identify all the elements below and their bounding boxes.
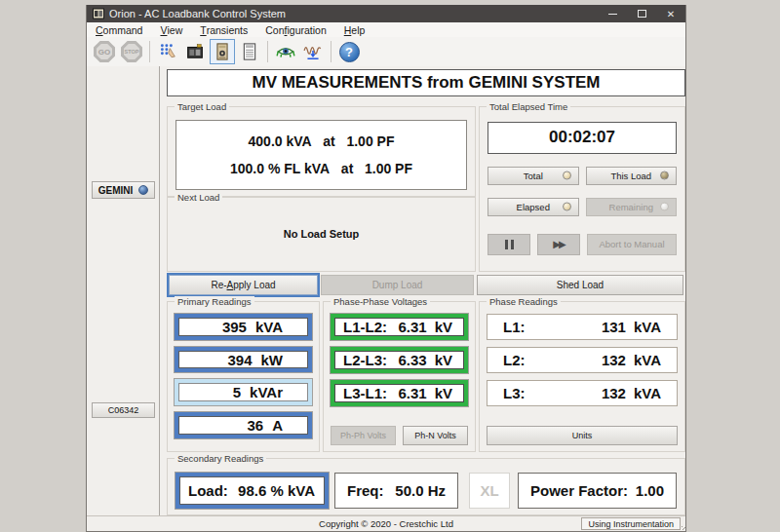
elapsed-time-panel: Total Elapsed Time 00:02:07 Total This L…	[479, 106, 685, 272]
dump-load-button: Dump Load	[321, 275, 474, 295]
control-panel-button[interactable]	[210, 39, 235, 64]
menu-command[interactable]: Command	[87, 22, 151, 37]
window-controls: ✕	[598, 5, 685, 22]
total-led	[563, 171, 571, 180]
resize-grip[interactable]	[682, 526, 685, 530]
this-load-time-button[interactable]: This Load	[586, 167, 678, 185]
help-icon: ?	[339, 42, 360, 62]
pause-button[interactable]	[488, 234, 530, 255]
secondary-readings-panel: Secondary Readings Load:98.6 % kVA Freq:…	[167, 458, 685, 515]
load-percent-reading: Load:98.6 % kVA	[176, 473, 329, 509]
target-load-line1: 400.0 kVA at 1.00 PF	[249, 133, 395, 149]
loadbank-button[interactable]	[182, 39, 208, 64]
units-button[interactable]: Units	[487, 426, 678, 445]
abort-to-manual-button: Abort to Manual	[587, 234, 677, 255]
this-load-led	[660, 171, 669, 180]
manual-keypad-icon	[159, 43, 176, 60]
primary-kvar-reading: 5kVAr	[175, 379, 312, 405]
go-icon: GO	[94, 41, 115, 62]
elapsed-button[interactable]: Elapsed	[488, 198, 579, 216]
target-load-panel: Target Load 400.0 kVA at 1.00 PF 100.0 %…	[167, 106, 476, 197]
l1-reading: L1:131kVA	[487, 314, 678, 340]
reapply-load-button[interactable]: Re-Apply Load	[169, 275, 318, 295]
ph-n-volts-button[interactable]: Ph-N Volts	[403, 426, 468, 445]
toolbar-separator	[267, 41, 268, 62]
toolbar: GO STOP ?	[87, 37, 685, 66]
status-bar: Copyright © 2020 - Crestchic Ltd Using I…	[87, 515, 685, 531]
maximize-button[interactable]	[627, 5, 656, 22]
xl-indicator: XL	[469, 473, 510, 509]
pause-icon	[505, 240, 508, 249]
manual-control-button[interactable]	[155, 39, 180, 64]
gemini-label: GEMINI	[98, 185, 134, 196]
l2-reading: L2:132kVA	[487, 347, 678, 373]
transients-button[interactable]	[300, 39, 326, 64]
phase-phase-voltages-panel: Phase-Phase Voltages L1-L2:6.31kV L2-L3:…	[323, 301, 476, 452]
stop-button[interactable]: STOP	[119, 39, 144, 64]
loadbank-icon	[186, 43, 204, 60]
remaining-led	[660, 203, 669, 211]
shed-load-button[interactable]: Shed Load	[477, 275, 683, 295]
instrumentation-mode-badge: Using Instrumentation	[581, 517, 681, 530]
report-icon	[241, 43, 258, 60]
next-load-panel: Next Load No Load Setup	[167, 197, 476, 272]
power-factor-reading: Power Factor:1.00	[518, 473, 677, 509]
menu-help[interactable]: Help	[335, 22, 374, 37]
primary-amps-reading: 36A	[175, 412, 312, 438]
ph-ph-volts-button: Ph-Ph Volts	[331, 426, 396, 445]
menu-transients[interactable]: Transients	[191, 22, 256, 37]
app-window: Orion - AC Loadbank Control System ✕ Com…	[86, 5, 686, 532]
transient-waveform-icon	[303, 43, 323, 60]
l3-reading: L3:132kVA	[487, 380, 678, 406]
help-button[interactable]: ?	[336, 39, 362, 64]
l3-l1-voltage: L3-L1:6.31kV	[331, 380, 468, 406]
l2-l3-voltage: L2-L3:6.33kV	[331, 347, 468, 373]
menu-configuration[interactable]: Configuration	[256, 22, 334, 37]
stop-icon: STOP	[121, 41, 142, 62]
gemini-status-led	[138, 185, 148, 195]
target-load-label: Target Load	[175, 101, 229, 112]
gemini-system-button[interactable]: GEMINI	[92, 181, 155, 199]
main-panel: MV MEASUREMENTS from GEMINI SYSTEM Targe…	[160, 66, 687, 515]
fast-forward-button[interactable]: ▶▶	[537, 234, 580, 255]
phase-readings-panel: Phase Readings L1:131kVA L2:132kVA L3:13…	[479, 301, 685, 452]
minimize-icon	[608, 14, 617, 15]
elapsed-time-label: Total Elapsed Time	[487, 101, 570, 112]
frequency-reading: Freq:50.0 Hz	[334, 473, 458, 509]
toolbar-separator	[331, 41, 332, 62]
maximize-icon	[638, 10, 646, 18]
primary-kw-reading: 394kW	[175, 347, 312, 373]
toolbar-separator	[149, 41, 150, 62]
target-load-display: 400.0 kVA at 1.00 PF 100.0 % FL kVA at 1…	[176, 120, 467, 190]
elapsed-led	[563, 203, 571, 211]
sidebar: GEMINI C06342	[87, 66, 160, 515]
next-load-label: Next Load	[175, 192, 222, 203]
primary-readings-panel: Primary Readings 395kVA 394kW 5kVAr 36A	[167, 301, 320, 452]
control-panel-icon	[214, 43, 231, 60]
l1-l2-voltage: L1-L2:6.31kV	[331, 314, 468, 340]
content-area: GEMINI C06342 MV MEASUREMENTS from GEMIN…	[87, 66, 685, 515]
titlebar: Orion - AC Loadbank Control System ✕	[87, 5, 685, 22]
next-load-message: No Load Setup	[284, 228, 360, 240]
window-title: Orion - AC Loadbank Control System	[109, 8, 598, 19]
view-eye-icon	[276, 43, 295, 60]
remaining-button: Remaining	[586, 198, 678, 216]
unit-c06342-button[interactable]: C06342	[92, 402, 155, 418]
elapsed-time-display: 00:02:07	[488, 122, 677, 154]
app-icon	[93, 8, 104, 19]
total-time-button[interactable]: Total	[488, 167, 579, 185]
go-button[interactable]: GO	[92, 39, 117, 64]
minimize-button[interactable]	[598, 5, 627, 22]
menu-view[interactable]: View	[151, 22, 191, 37]
target-load-line2: 100.0 % FL kVA at 1.00 PF	[230, 161, 412, 176]
view-readings-button[interactable]	[273, 39, 298, 64]
close-button[interactable]: ✕	[656, 5, 685, 22]
page-title: MV MEASUREMENTS from GEMINI SYSTEM	[167, 69, 685, 96]
menu-bar: Command View Transients Configuration He…	[87, 22, 685, 37]
report-button[interactable]	[237, 39, 262, 64]
primary-kva-reading: 395kVA	[175, 314, 312, 340]
fast-forward-icon: ▶▶	[553, 240, 564, 249]
